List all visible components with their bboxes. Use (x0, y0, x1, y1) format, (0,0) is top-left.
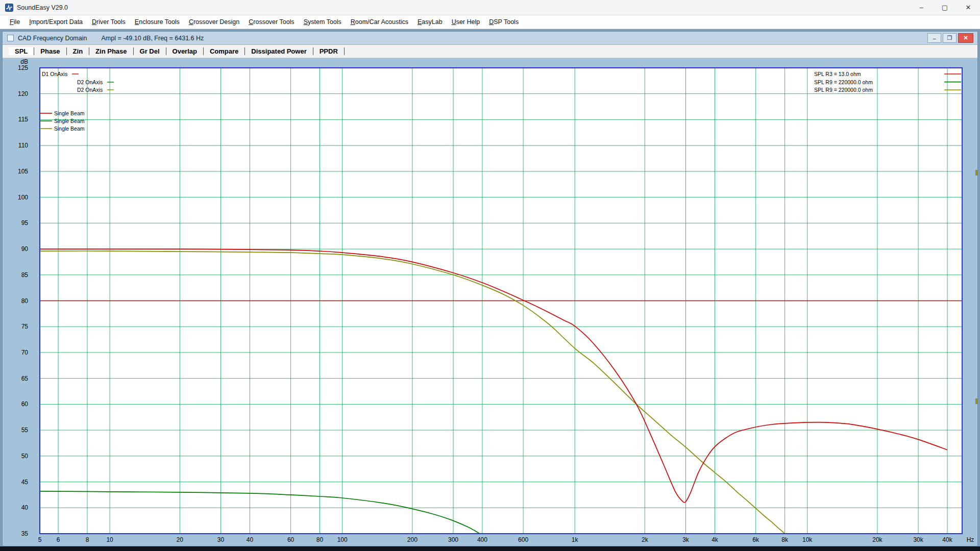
svg-text:45: 45 (21, 479, 29, 486)
svg-text:80: 80 (21, 297, 29, 305)
tabbar: SPLPhaseZinZin PhaseGr DelOverlapCompare… (3, 45, 977, 58)
svg-text:5: 5 (38, 536, 42, 543)
menu-item-user-help[interactable]: User Help (447, 18, 485, 26)
svg-text:70: 70 (21, 349, 29, 356)
y-axis-labels: dB12512011511010510095908580757065605550… (18, 58, 28, 537)
tab-dissipated-power[interactable]: Dissipated Power (245, 47, 313, 55)
tab-ppdr[interactable]: PPDR (313, 47, 345, 55)
minimize-icon: – (919, 4, 923, 11)
svg-text:10: 10 (106, 536, 113, 543)
menu-item-easylab[interactable]: EasyLab (413, 18, 447, 26)
svg-text:30k: 30k (913, 536, 923, 543)
svg-text:2k: 2k (642, 536, 649, 543)
svg-text:400: 400 (477, 536, 487, 543)
menu-item-room-car-acoustics[interactable]: Room/Car Acoustics (346, 18, 413, 26)
titlebar: SoundEasy V29.0 – ▢ ✕ (0, 0, 980, 15)
tab-spl[interactable]: SPL (9, 47, 34, 55)
svg-text:105: 105 (18, 168, 28, 175)
inner-restore-button[interactable]: ❐ (943, 33, 957, 43)
svg-text:100: 100 (337, 536, 348, 543)
svg-text:20k: 20k (872, 536, 883, 543)
window-controls: – ▢ ✕ (910, 0, 980, 15)
mdi-area: CAD Frequency Domain Ampl = -49.10 dB, F… (0, 29, 980, 551)
close-button[interactable]: ✕ (957, 0, 980, 15)
svg-text:300: 300 (448, 536, 458, 543)
svg-text:65: 65 (21, 375, 29, 382)
svg-text:SPL R3 = 13.0 ohm: SPL R3 = 13.0 ohm (814, 71, 861, 77)
tab-zin-phase[interactable]: Zin Phase (89, 47, 133, 55)
tab-gr-del[interactable]: Gr Del (134, 47, 166, 55)
inner-titlebar[interactable]: CAD Frequency Domain Ampl = -49.10 dB, F… (3, 32, 977, 45)
window-edge-mark (975, 398, 978, 404)
svg-text:115: 115 (18, 116, 28, 123)
background-window-strip (0, 546, 980, 551)
window-edge-mark (975, 170, 978, 176)
menu-item-file[interactable]: File (5, 18, 24, 26)
svg-text:90: 90 (21, 245, 29, 253)
svg-text:600: 600 (518, 536, 528, 543)
svg-text:80: 80 (316, 536, 324, 543)
svg-text:8k: 8k (781, 536, 789, 543)
inner-window-controls: – ❐ ✕ (927, 33, 975, 43)
svg-text:125: 125 (18, 64, 28, 71)
svg-text:D2 OnAxis: D2 OnAxis (77, 87, 103, 93)
spl-frequency-chart[interactable]: dB12512011511010510095908580757065605550… (3, 58, 977, 546)
svg-text:20: 20 (177, 536, 184, 543)
cad-frequency-domain-window: CAD Frequency Domain Ampl = -49.10 dB, F… (2, 31, 978, 546)
svg-text:SPL R9 = 220000.0 ohm: SPL R9 = 220000.0 ohm (814, 87, 873, 93)
svg-text:SPL R9 = 220000.0 ohm: SPL R9 = 220000.0 ohm (814, 79, 873, 85)
menu-item-crossover-tools[interactable]: Crossover Tools (244, 18, 299, 26)
svg-text:30: 30 (217, 536, 225, 543)
svg-text:Hz: Hz (967, 536, 974, 543)
tab-phase[interactable]: Phase (34, 47, 66, 55)
inner-minimize-button[interactable]: – (927, 33, 941, 43)
menu-item-crossover-design[interactable]: Crossover Design (184, 18, 244, 26)
svg-text:D2 OnAxis: D2 OnAxis (77, 79, 103, 85)
maximize-button[interactable]: ▢ (933, 0, 957, 15)
svg-text:85: 85 (21, 271, 29, 279)
svg-text:1k: 1k (572, 536, 579, 543)
document-icon (7, 35, 14, 41)
svg-text:100: 100 (18, 194, 28, 201)
beam-labels: Single BeamSingle BeamSingle Beam (40, 110, 85, 132)
svg-text:60: 60 (287, 536, 295, 543)
menu-item-dsp-tools[interactable]: DSP Tools (484, 18, 523, 26)
svg-text:Single Beam: Single Beam (54, 118, 85, 124)
svg-text:6k: 6k (752, 536, 760, 543)
svg-text:Single Beam: Single Beam (54, 126, 85, 132)
inner-window-title: CAD Frequency Domain (18, 35, 87, 42)
menu-item-import-export-data[interactable]: Import/Export Data (24, 18, 87, 26)
menu-item-enclosure-tools[interactable]: Enclosure Tools (130, 18, 184, 26)
svg-text:Single Beam: Single Beam (54, 110, 85, 116)
svg-text:8: 8 (86, 536, 89, 543)
svg-text:120: 120 (18, 90, 28, 97)
svg-text:50: 50 (21, 453, 29, 460)
svg-text:110: 110 (18, 142, 28, 149)
menu-item-driver-tools[interactable]: Driver Tools (87, 18, 130, 26)
inner-close-button[interactable]: ✕ (958, 33, 973, 43)
svg-text:6: 6 (57, 536, 60, 543)
chart-area[interactable]: dB12512011511010510095908580757065605550… (3, 58, 977, 546)
tab-compare[interactable]: Compare (204, 47, 245, 55)
svg-text:95: 95 (21, 219, 29, 227)
app-icon (5, 4, 13, 12)
minimize-button[interactable]: – (910, 0, 933, 15)
svg-text:40: 40 (247, 536, 254, 543)
svg-text:55: 55 (21, 427, 29, 434)
menu-item-system-tools[interactable]: System Tools (299, 18, 346, 26)
svg-text:40k: 40k (942, 536, 952, 543)
svg-text:35: 35 (21, 530, 29, 537)
window-title: SoundEasy V29.0 (17, 4, 68, 11)
svg-text:75: 75 (21, 323, 29, 330)
svg-text:3k: 3k (682, 536, 690, 543)
svg-text:200: 200 (407, 536, 418, 543)
x-axis-labels: 5681020304060801002003004006001k2k3k4k6k… (38, 536, 974, 543)
svg-text:D1 OnAxis: D1 OnAxis (42, 71, 67, 77)
maximize-icon: ▢ (942, 4, 948, 11)
svg-text:10k: 10k (802, 536, 813, 543)
tab-overlap[interactable]: Overlap (166, 47, 204, 55)
tab-zin[interactable]: Zin (67, 47, 90, 55)
cursor-readout: Ampl = -49.10 dB, Freq = 6431.6 Hz (101, 35, 204, 42)
svg-text:4k: 4k (712, 536, 719, 543)
svg-text:60: 60 (21, 400, 29, 408)
